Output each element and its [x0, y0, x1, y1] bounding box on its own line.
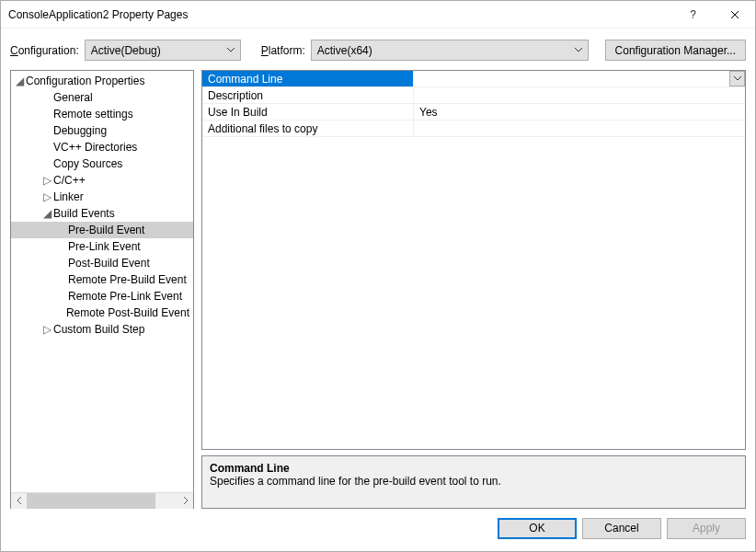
scroll-thumb[interactable]: [27, 493, 155, 509]
tree-label: Debugging: [53, 124, 107, 137]
configuration-manager-button[interactable]: Configuration Manager...: [605, 40, 746, 61]
tree-root[interactable]: ◢Configuration Properties: [11, 73, 193, 89]
tree-label: Custom Build Step: [53, 323, 144, 336]
configuration-manager-label: Configuration Manager...: [615, 44, 736, 57]
chevron-down-icon: [227, 48, 235, 52]
footer: OK Cancel Apply: [1, 514, 755, 551]
config-row: Configuration: Active(Debug) Platform: A…: [1, 29, 755, 70]
platform-combo[interactable]: Active(x64): [311, 40, 589, 61]
description-title: Command Line: [210, 462, 738, 475]
tree-item[interactable]: ▷Custom Build Step: [11, 321, 193, 338]
tree-item[interactable]: ▷C/C++: [11, 172, 193, 189]
tree-item[interactable]: General: [11, 89, 193, 106]
grid-row[interactable]: Command Line: [202, 71, 745, 87]
chevron-down-icon: [734, 76, 741, 81]
help-icon: ?: [690, 8, 696, 21]
configuration-value: Active(Debug): [91, 44, 161, 57]
tree-item[interactable]: Post-Build Event: [11, 255, 193, 271]
tree-label: Pre-Link Event: [68, 240, 141, 253]
configuration-combo[interactable]: Active(Debug): [85, 40, 241, 61]
title-bar: ConsoleApplication2 Property Pages ?: [1, 1, 755, 29]
tree-item[interactable]: ◢Build Events: [11, 205, 193, 222]
property-pages-dialog: ConsoleApplication2 Property Pages ? Con…: [0, 0, 756, 552]
tree-label: Remote settings: [53, 108, 133, 121]
tree-label: Linker: [53, 190, 84, 203]
tree-label: Configuration Properties: [26, 75, 144, 87]
tree-item[interactable]: Remote Post-Build Event: [11, 305, 193, 321]
grid-cell-value[interactable]: [414, 71, 745, 86]
platform-value: Active(x64): [317, 44, 372, 57]
expander-icon: ▷: [40, 190, 53, 203]
apply-button[interactable]: Apply: [667, 518, 746, 539]
grid-cell-value[interactable]: Yes: [414, 104, 745, 120]
tree-label: Pre-Build Event: [68, 224, 144, 236]
grid-cell-name: Use In Build: [202, 104, 414, 120]
grid-row[interactable]: Use In BuildYes: [202, 104, 745, 121]
grid-row[interactable]: Description: [202, 87, 745, 104]
property-grid[interactable]: Command LineDescriptionUse In BuildYesAd…: [201, 70, 746, 450]
window-title: ConsoleApplication2 Property Pages: [8, 8, 672, 21]
expander-icon: ▷: [40, 174, 53, 187]
tree-label: VC++ Directories: [53, 141, 137, 154]
tree-item[interactable]: Copy Sources: [11, 155, 193, 172]
expander-icon: ◢: [40, 207, 53, 220]
close-icon: [730, 10, 739, 19]
horizontal-scrollbar[interactable]: [11, 492, 193, 508]
grid-cell-value[interactable]: [414, 121, 745, 136]
expander-icon: ◢: [13, 75, 26, 87]
grid-cell-name: Description: [202, 87, 414, 103]
tree-item[interactable]: ▷Linker: [11, 189, 193, 205]
grid-cell-name: Command Line: [202, 71, 414, 86]
tree-item[interactable]: Debugging: [11, 122, 193, 139]
tree-item[interactable]: Pre-Link Event: [11, 238, 193, 255]
grid-cell-value[interactable]: [414, 87, 745, 103]
configuration-label: Configuration:: [10, 44, 79, 57]
grid-cell-name: Additional files to copy: [202, 121, 414, 136]
tree-label: Copy Sources: [53, 157, 122, 170]
scroll-right-icon[interactable]: [178, 493, 193, 509]
tree-label: Post-Build Event: [68, 257, 150, 270]
tree-panel: ◢Configuration PropertiesGeneralRemote s…: [10, 70, 194, 509]
grid-row[interactable]: Additional files to copy: [202, 121, 745, 137]
tree-item[interactable]: Remote Pre-Build Event: [11, 271, 193, 288]
dropdown-button[interactable]: [729, 71, 745, 86]
close-button[interactable]: [714, 1, 755, 29]
scroll-track[interactable]: [27, 493, 178, 509]
tree-label: General: [53, 91, 93, 104]
tree-item[interactable]: Pre-Build Event: [11, 222, 193, 238]
tree-label: Remote Post-Build Event: [66, 306, 189, 319]
tree-item[interactable]: VC++ Directories: [11, 139, 193, 155]
help-button[interactable]: ?: [672, 1, 714, 29]
tree[interactable]: ◢Configuration PropertiesGeneralRemote s…: [11, 71, 193, 492]
description-body: Specifies a command line for the pre-bui…: [210, 475, 738, 488]
right-panel: Command LineDescriptionUse In BuildYesAd…: [201, 70, 746, 509]
scroll-left-icon[interactable]: [11, 493, 27, 509]
body: ◢Configuration PropertiesGeneralRemote s…: [1, 70, 755, 514]
tree-label: Remote Pre-Build Event: [68, 273, 187, 286]
expander-icon: ▷: [40, 323, 53, 336]
tree-label: C/C++: [53, 174, 86, 187]
tree-label: Remote Pre-Link Event: [68, 290, 182, 303]
chevron-down-icon: [575, 48, 582, 52]
tree-label: Build Events: [53, 207, 115, 220]
ok-button[interactable]: OK: [498, 518, 577, 539]
platform-label: Platform:: [261, 44, 305, 57]
tree-item[interactable]: Remote Pre-Link Event: [11, 288, 193, 305]
cancel-button[interactable]: Cancel: [582, 518, 661, 539]
description-panel: Command Line Specifies a command line fo…: [201, 455, 746, 509]
tree-item[interactable]: Remote settings: [11, 106, 193, 122]
